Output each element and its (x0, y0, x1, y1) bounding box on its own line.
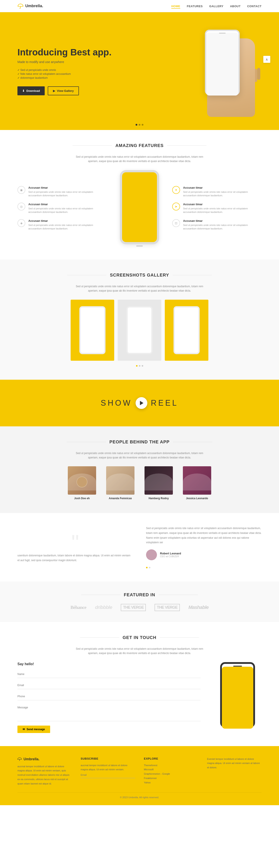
feature-item-3: ◈ Accusan timar Sed ut perspiciatis unde… (18, 219, 107, 230)
avatar-4 (183, 466, 211, 495)
footer-email-input[interactable] (81, 772, 135, 778)
featured-logos: Béhance dribbble THE VERGE THE VERGE Mas… (18, 604, 261, 611)
brand-dribbble: dribbble (95, 604, 112, 610)
nav-gallery[interactable]: GALLERY (209, 5, 223, 8)
featured-section: FEATURED IN Béhance dribbble THE VERGE T… (0, 582, 279, 622)
phone-input[interactable] (18, 693, 200, 700)
footer-link-5[interactable]: Yahoo (144, 781, 151, 784)
screenshots-title: SCREENSHOTS GALLERY (18, 273, 261, 278)
gallery-dot-1[interactable] (136, 365, 137, 367)
nav-features[interactable]: FEATURES (187, 5, 203, 8)
testimonial-right-text: Sed ut perspiciatis unde omnis iste natu… (146, 526, 261, 545)
nav-home[interactable]: HOME (171, 5, 180, 9)
hero-section: Introducing Best app. Made to modify and… (0, 12, 279, 130)
feature-text-6: Accusan timar Sed ut perspiciatis unde o… (183, 219, 261, 230)
team-member-4: Jessica Leonardo (180, 466, 215, 500)
hero-list-item: Sed ut perspiciatis unde omnis (18, 68, 126, 72)
navbar: Umbrella. HOME FEATURES GALLERY ABOUT CO… (0, 0, 279, 12)
feature-item-1: ◉ Accusan timar Sed ut perspiciatis unde… (18, 186, 107, 197)
footer-link-2[interactable]: Microsoft (144, 768, 154, 771)
hero-slider-dots (135, 124, 144, 126)
testimonial-section: " usentium doloremque laudantium, totam … (0, 513, 279, 581)
download-button[interactable]: ⬇ Download (18, 86, 45, 95)
gallery-phone-1 (79, 306, 105, 354)
testimonial-avatar (146, 549, 157, 560)
hero-subtitle: Made to modify and use anywhere (18, 60, 126, 64)
gallery-item-1[interactable] (71, 300, 114, 361)
view-gallery-button[interactable]: ▶ View Gallery (48, 86, 79, 95)
feature-item-6: ⊡ Accusan timar Sed ut perspiciatis unde… (172, 219, 261, 230)
contact-title: GET IN TOUCH (18, 635, 261, 640)
contact-message-field (18, 704, 200, 722)
phone-mockup (120, 170, 159, 244)
footer-col-4: Eveniet tempor incididunt ut labore et d… (207, 757, 261, 786)
gallery-item-2[interactable] (118, 300, 161, 361)
nav-logo[interactable]: Umbrella. (18, 3, 43, 9)
message-textarea[interactable] (18, 704, 200, 721)
screenshots-header: SCREENSHOTS GALLERY (18, 273, 261, 278)
contact-phone-illustration (214, 662, 261, 733)
gallery-dot-3[interactable] (142, 365, 143, 367)
contact-name-field (18, 671, 200, 678)
feature-icon-6: ⊡ (172, 219, 180, 227)
features-header: AMAZING FEATURES (18, 143, 261, 148)
play-button[interactable] (135, 397, 147, 409)
feature-icon-4: ✦ (172, 186, 180, 194)
feature-text-1: Accusan timar Sed ut perspiciatis unde o… (28, 186, 107, 197)
gallery-dot-2[interactable] (139, 365, 141, 367)
nav-about[interactable]: ABOUT (230, 5, 241, 8)
team-member-3: Hamberg Rodny (141, 466, 176, 500)
gallery-item-3[interactable] (165, 300, 208, 361)
hero-dot-2[interactable] (138, 124, 141, 126)
team-member-2: Amanda Femnicas (103, 466, 138, 500)
hero-list-item: doloremque laudantium (18, 76, 126, 80)
contact-header: GET IN TOUCH (18, 635, 261, 640)
testimonial-dots (146, 567, 261, 568)
download-icon: ⬇ (22, 89, 25, 92)
nav-links: HOME FEATURES GALLERY ABOUT CONTACT (171, 4, 261, 8)
testimonial-author-info: Robert Leonard CEO at CUBIZER (160, 552, 181, 558)
avatar-3 (145, 466, 173, 495)
features-grid: ◉ Accusan timar Sed ut perspiciatis unde… (18, 170, 261, 246)
nav-contact[interactable]: CONTACT (247, 5, 261, 8)
feature-item-2: ◎ Accusan timar Sed ut perspiciatis unde… (18, 203, 107, 214)
team-header: PEOPLE BEHIND THE APP (18, 439, 261, 444)
footer-link-4[interactable]: Freaktonner (144, 777, 157, 779)
feature-icon-2: ◎ (18, 203, 25, 211)
send-icon: ✉ (23, 728, 25, 731)
feature-icon-1: ◉ (18, 186, 25, 194)
showreel-text: SHOW REEL (18, 397, 261, 409)
umbrella-icon (18, 3, 24, 9)
featured-title: FEATURED IN (18, 592, 261, 597)
avatar-1 (68, 466, 96, 495)
features-right: ✦ Accusan timar Sed ut perspiciatis unde… (172, 186, 261, 230)
t-dot-1[interactable] (146, 567, 148, 568)
footer-link-3[interactable]: Graphicreseion - Google (144, 773, 170, 775)
feature-text-4: Accusan timar Sed ut perspiciatis unde o… (183, 186, 261, 197)
scroll-top-button[interactable]: ∧ (263, 56, 270, 63)
footer-col-2: Subscribe aucmat tempor incididunt ut la… (81, 757, 135, 786)
email-input[interactable] (18, 682, 200, 689)
hero-title: Introducing Best app. (18, 47, 126, 58)
hero-dot-3[interactable] (142, 124, 144, 126)
features-section: AMAZING FEATURES Sed ut perspiciatis und… (0, 130, 279, 259)
play-triangle-icon (140, 401, 144, 405)
name-input[interactable] (18, 671, 200, 678)
team-member-1: Josh Doe eh (64, 466, 99, 500)
feature-icon-3: ◈ (18, 219, 25, 227)
contact-phone-mock (220, 662, 255, 727)
t-dot-2[interactable] (149, 567, 150, 568)
showreel-section: SHOW REEL (0, 380, 279, 426)
contact-phone-field (18, 693, 200, 700)
contact-inner: Say hello! ✉ Send message (18, 662, 261, 733)
feature-item-4: ✦ Accusan timar Sed ut perspiciatis unde… (172, 186, 261, 197)
hero-dot-1[interactable] (135, 124, 137, 126)
footer-links: Themeforest Microsoft Graphicreseion - G… (144, 763, 198, 785)
hero-content: Introducing Best app. Made to modify and… (18, 47, 126, 95)
send-button[interactable]: ✉ Send message (18, 725, 50, 733)
center-phone (116, 170, 163, 246)
team-grid: Josh Doe eh Amanda Femnicas Hamberg Rodn… (18, 466, 261, 500)
footer-link-1[interactable]: Themeforest (144, 764, 157, 767)
testimonial-right: Sed ut perspiciatis unde omnis iste natu… (146, 526, 261, 568)
footer-bottom: © 2023 Umbrella. All rights reserved. (18, 792, 261, 799)
